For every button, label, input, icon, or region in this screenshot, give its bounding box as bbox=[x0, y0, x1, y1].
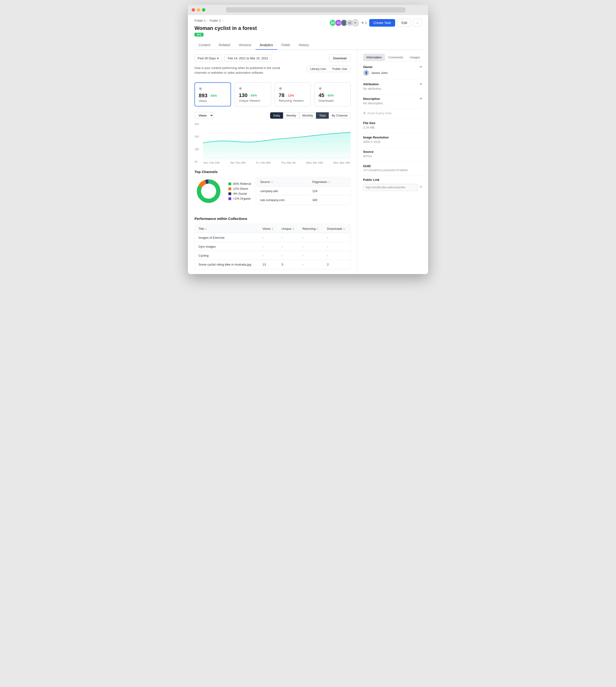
stat-card-returning[interactable]: ◉ 78 ↓ 12% Returning Viewers bbox=[275, 82, 311, 106]
perf-views-1: - bbox=[259, 234, 278, 242]
minimize-btn[interactable] bbox=[197, 8, 200, 12]
stat-label-views: Views bbox=[199, 99, 227, 103]
public-link-row: ✕ bbox=[363, 182, 422, 191]
chart-view-select[interactable]: Views bbox=[195, 112, 214, 119]
time-btn-monthly[interactable]: Monthly bbox=[299, 112, 316, 119]
time-btn-weekly[interactable]: Weekly bbox=[283, 112, 299, 119]
tab-history[interactable]: History bbox=[294, 41, 313, 50]
avatar-ghost: ⚙ bbox=[352, 19, 359, 26]
perf-table-wrapper: Title ⇅ Views ⇅ Unique ⇅ Returning ⇅ Dow… bbox=[195, 224, 351, 269]
eye-stat-icon: ◉ bbox=[199, 86, 227, 91]
stat-label-unique: Unique Viewers bbox=[239, 99, 267, 103]
eye-stat-icon-downloads: ◉ bbox=[318, 86, 347, 90]
expiry-row: ⚙ Asset Expiry Date bbox=[363, 111, 422, 115]
donut-svg bbox=[195, 177, 223, 205]
date-range-display: Feb 14, 2021 to Mar 15, 2021 bbox=[225, 54, 271, 62]
filter-row: Past 30 Days ▾ Feb 14, 2021 to Mar 15, 2… bbox=[195, 54, 351, 62]
stat-card-views[interactable]: ◉ 893 ↑ 65% Views bbox=[195, 82, 231, 106]
attribution-label: Attribution ✏ bbox=[363, 82, 422, 86]
stat-card-unique[interactable]: ◉ 130 ↑ 65% Unique Viewers bbox=[235, 82, 271, 106]
owner-row: 👤 James John bbox=[363, 70, 422, 76]
perf-downloads-4: 2 bbox=[324, 260, 350, 269]
info-field-source: Source MTG4 bbox=[363, 150, 422, 158]
header-actions: SZ JC 👤 +3 ⚙ 👁 2 Create Task Edit ··· bbox=[329, 19, 421, 27]
close-btn[interactable] bbox=[192, 8, 195, 12]
edit-description-icon[interactable]: ✏ bbox=[420, 97, 422, 101]
perf-unique-4: 5 bbox=[278, 260, 299, 269]
stat-card-downloads[interactable]: ◉ 45 ↑ 65% Downloads bbox=[314, 82, 351, 106]
time-btn-bychannel[interactable]: By Channel bbox=[329, 112, 351, 119]
create-task-button[interactable]: Create Task bbox=[369, 19, 395, 27]
url-bar[interactable] bbox=[226, 7, 405, 13]
channels-section: 83% Referral 12% Direct 4% Social bbox=[195, 177, 351, 211]
legend-organic: <1% Organic bbox=[228, 197, 251, 200]
maximize-btn[interactable] bbox=[202, 8, 205, 12]
stats-row: ◉ 893 ↑ 65% Views ◉ 130 ↑ 65% Uniq bbox=[195, 82, 351, 106]
edit-button[interactable]: Edit bbox=[397, 19, 411, 27]
public-link-input[interactable] bbox=[363, 184, 418, 191]
stat-label-returning: Returning Viewers bbox=[279, 99, 307, 103]
perf-downloads-3: - bbox=[324, 251, 350, 260]
legend-dot-referral bbox=[228, 182, 231, 185]
time-btn-daily[interactable]: Daily bbox=[270, 112, 283, 119]
tab-analytics[interactable]: Analytics bbox=[256, 41, 277, 50]
public-use-toggle[interactable]: Public Use bbox=[329, 66, 350, 72]
x-axis-labels: Sun, Feb 14th Sat, Feb 20th Fri, Feb 26t… bbox=[203, 161, 351, 164]
perf-views-3: - bbox=[259, 251, 278, 260]
expiry-icon: ⚙ bbox=[363, 111, 366, 115]
perf-title-2: Gym images bbox=[195, 243, 259, 251]
resolution-value: 3000 X 2016 bbox=[363, 140, 422, 143]
use-toggle-group: Library Use Public Use bbox=[307, 66, 351, 72]
clear-public-link-button[interactable]: ✕ bbox=[419, 184, 422, 189]
public-link-label: Public Link bbox=[363, 178, 422, 181]
description-label: Description ✏ bbox=[363, 97, 422, 101]
source-info-icon: ⓘ bbox=[271, 181, 273, 183]
time-btn-total[interactable]: Total bbox=[316, 112, 329, 119]
breadcrumb-folder1[interactable]: Folder 1 bbox=[195, 19, 206, 22]
info-tabs: Information Comments Usages bbox=[363, 54, 422, 61]
tab-comments[interactable]: Comments bbox=[385, 54, 406, 61]
edit-owner-icon[interactable]: ✏ bbox=[420, 65, 422, 69]
top-channels-title: Top Channels bbox=[195, 170, 351, 174]
table-row: sub.company.com 345 bbox=[257, 196, 350, 204]
edit-attribution-icon[interactable]: ✏ bbox=[420, 82, 422, 86]
perf-unique-1: - bbox=[278, 234, 299, 242]
stat-delta-unique: ↑ 65% bbox=[249, 94, 257, 97]
tab-usages[interactable]: Usages bbox=[406, 54, 423, 61]
info-field-guid: GUID 757170a3807511eb91df39e7974fb895 bbox=[363, 164, 422, 172]
chevron-down-icon: ▾ bbox=[217, 57, 219, 60]
source-value: MTG4 bbox=[363, 154, 422, 158]
tab-information[interactable]: Information bbox=[363, 54, 385, 61]
chart-svg bbox=[203, 122, 351, 159]
top-nav: Folder 1 › Folder 2 › Woman cyclist in a… bbox=[188, 15, 428, 50]
download-button[interactable]: Download bbox=[329, 54, 351, 62]
tab-related[interactable]: Related bbox=[215, 41, 234, 50]
legend-dot-direct bbox=[228, 187, 231, 190]
eye-stat-icon-unique: ◉ bbox=[239, 86, 267, 90]
perf-th-downloads: Downloads ⇅ bbox=[324, 225, 350, 233]
tab-content[interactable]: Content bbox=[195, 41, 215, 50]
time-filter-select[interactable]: Past 30 Days ▾ bbox=[195, 54, 222, 62]
eye-stat-icon-returning: ◉ bbox=[279, 86, 307, 90]
more-options-button[interactable]: ··· bbox=[414, 19, 421, 27]
filesize-value: 2.34 MB bbox=[363, 126, 422, 129]
library-use-toggle[interactable]: Library Use bbox=[307, 66, 329, 72]
perf-returning-4: - bbox=[299, 260, 323, 269]
donut-chart bbox=[195, 177, 223, 205]
breadcrumb-folder2[interactable]: Folder 2 bbox=[210, 19, 221, 22]
chart-wrapper: 200 150 100 50 bbox=[195, 122, 351, 164]
info-field-owner: Owner ✏ 👤 James John bbox=[363, 65, 422, 76]
asset-type-badge: JPG bbox=[195, 33, 203, 37]
channels-th-pageviews: Pageviews ⓘ bbox=[308, 178, 350, 186]
breadcrumb: Folder 1 › Folder 2 › bbox=[195, 19, 257, 22]
page-title: Woman cyclist in a forest bbox=[195, 25, 257, 31]
tab-versions[interactable]: Versions bbox=[234, 41, 256, 50]
table-row: Cycling - - - - bbox=[195, 251, 350, 260]
owner-avatar: 👤 bbox=[363, 70, 369, 76]
legend-dot-organic bbox=[228, 197, 231, 200]
donut-legend: 83% Referral 12% Direct 4% Social bbox=[228, 182, 251, 200]
viewers-count: 👁 2 bbox=[361, 21, 367, 25]
perf-collections-title: Performance within Collections bbox=[195, 217, 351, 221]
tab-fields[interactable]: Fields bbox=[277, 41, 294, 50]
perf-unique-3: - bbox=[278, 251, 299, 260]
